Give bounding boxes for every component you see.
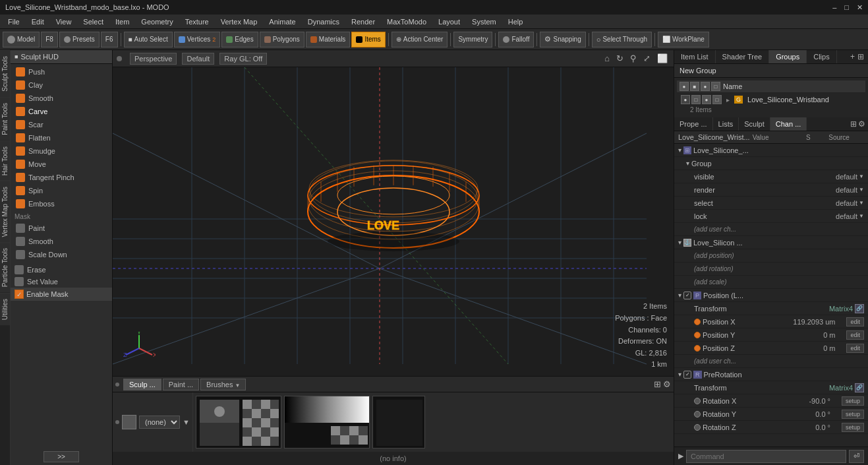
menu-render[interactable]: Render	[346, 16, 380, 27]
items-button[interactable]: Items	[351, 32, 385, 47]
f8-button[interactable]: F8	[41, 32, 58, 47]
prop-row-rotation-z[interactable]: Rotation Z 0.0 ° setup	[674, 421, 868, 434]
prop-row-position-x[interactable]: Position X 119.2093 um edit	[674, 315, 868, 328]
utilities-tab[interactable]: Utilities	[0, 293, 10, 325]
prop-expand-icon[interactable]: ⊞	[850, 119, 857, 129]
add-icon[interactable]: +	[850, 52, 855, 61]
f6-button[interactable]: F6	[101, 32, 118, 47]
command-run-button[interactable]: ⏎	[849, 450, 864, 463]
viewport-maximize-icon[interactable]: ⬜	[655, 53, 670, 64]
prop-row-prerotation[interactable]: ▾ ✓ R PreRotation	[674, 368, 868, 381]
tool-tangent-pinch[interactable]: Tangent Pinch	[11, 171, 112, 184]
tool-mask-smooth[interactable]: Smooth	[11, 235, 112, 248]
menu-animate[interactable]: Animate	[264, 16, 301, 27]
menu-geometry[interactable]: Geometry	[136, 16, 178, 27]
prop-tab-sculpt[interactable]: Sculpt	[739, 117, 770, 131]
paint-tools-tab[interactable]: Paint Tools	[0, 97, 10, 140]
position-check[interactable]: ✓	[683, 292, 691, 299]
vertices-button[interactable]: Vertices 2	[174, 32, 221, 47]
materials-button[interactable]: Materials	[306, 32, 351, 47]
menu-item[interactable]: Item	[110, 16, 134, 27]
position-y-edit[interactable]: edit	[846, 330, 864, 340]
edges-button[interactable]: Edges	[221, 32, 258, 47]
prop-row-group[interactable]: ▾ Group	[674, 157, 868, 170]
clips-tab[interactable]: Clips	[807, 50, 836, 63]
tree-icon-2[interactable]: ■	[690, 82, 699, 91]
minimize-button[interactable]: –	[832, 3, 836, 12]
preset-dropdown-arrow[interactable]: ▼	[183, 418, 190, 426]
menu-view[interactable]: View	[51, 16, 77, 27]
viewport-expand-icon[interactable]: ⤢	[641, 53, 652, 64]
menu-layout[interactable]: Layout	[433, 16, 465, 27]
particle-tools-tab[interactable]: Particle Tools	[0, 242, 10, 292]
window-controls[interactable]: – □ ✕	[832, 3, 863, 12]
symmetry-button[interactable]: Symmetry	[453, 32, 492, 47]
falloff-button[interactable]: Falloff	[498, 32, 534, 47]
rotation-z-setup[interactable]: setup	[842, 423, 864, 432]
menu-system[interactable]: System	[467, 16, 502, 27]
prop-tab-properties[interactable]: Prope ...	[674, 117, 713, 131]
tool-move[interactable]: Move	[11, 158, 112, 171]
tool-clay[interactable]: Clay	[11, 78, 112, 92]
command-input[interactable]	[686, 450, 846, 463]
tool-smooth[interactable]: Smooth	[11, 92, 112, 105]
mask-erase[interactable]: Erase	[11, 264, 112, 276]
tool-emboss[interactable]: Emboss	[11, 197, 112, 210]
position-z-edit[interactable]: edit	[846, 344, 864, 353]
tree-expand-arrow[interactable]: ▸	[726, 96, 730, 104]
tool-scale-down[interactable]: Scale Down	[11, 248, 112, 261]
render-dropdown[interactable]: ▼	[859, 187, 864, 193]
expand-viewport-icon[interactable]: ⊞	[857, 52, 864, 61]
menu-help[interactable]: Help	[503, 16, 529, 27]
brushes-tab[interactable]: Brushes ▼	[200, 379, 246, 390]
tree-icon-1[interactable]: ●	[680, 82, 689, 91]
menu-vertex-map[interactable]: Vertex Map	[216, 16, 263, 27]
workplane-button[interactable]: ⬜ WorkPlane	[658, 32, 709, 47]
prop-row-love-silicon[interactable]: ▾ ⚓ Love_Silicon ...	[674, 236, 868, 249]
prop-row-select[interactable]: select default ▼	[674, 197, 868, 210]
menu-maxtomodo[interactable]: MaxToModo	[382, 16, 432, 27]
visible-dropdown[interactable]: ▼	[859, 173, 864, 179]
tool-smudge[interactable]: Smudge	[11, 144, 112, 158]
paint-tab[interactable]: Paint ...	[163, 379, 199, 390]
tool-scar[interactable]: Scar	[11, 118, 112, 131]
tool-mask-paint[interactable]: Paint	[11, 222, 112, 235]
enable-mask-toggle[interactable]: ✓ Enable Mask	[11, 288, 112, 301]
prop-tab-channels[interactable]: Chan ...	[770, 117, 807, 131]
rotation-x-setup[interactable]: setup	[842, 396, 864, 406]
prop-row-rotation-x[interactable]: Rotation X -90.0 ° setup	[674, 394, 868, 408]
love-silicon-expand[interactable]: ▾	[678, 239, 681, 246]
tool-spin[interactable]: Spin	[11, 184, 112, 197]
prop-tab-lists[interactable]: Lists	[713, 117, 739, 131]
visibility-icon-1[interactable]: ●	[681, 95, 690, 104]
position-expand[interactable]: ▾	[678, 292, 681, 299]
prop-row-position-l[interactable]: ▾ ✓ P Position (L...	[674, 289, 868, 302]
tree-icon-3[interactable]: ●	[701, 82, 710, 91]
prop-row-lock[interactable]: lock default ▼	[674, 210, 868, 223]
shader-tree-tab[interactable]: Shader Tree	[716, 50, 770, 63]
close-button[interactable]: ✕	[857, 3, 863, 12]
prop-row-rotation-y[interactable]: Rotation Y 0.0 ° setup	[674, 408, 868, 421]
menu-select[interactable]: Select	[78, 16, 109, 27]
vertex-map-tools-tab[interactable]: Vertex Map Tools	[0, 181, 10, 243]
extra-icon-1[interactable]: □	[712, 95, 722, 104]
item-list-tab[interactable]: Item List	[674, 50, 716, 63]
model-mode-button[interactable]: Model	[3, 32, 40, 47]
menu-edit[interactable]: Edit	[26, 16, 49, 27]
select-dropdown[interactable]: ▼	[859, 200, 864, 206]
viewport-search-icon[interactable]: ⚲	[628, 53, 639, 64]
auto-select-button[interactable]: ■ Auto Select	[124, 32, 173, 47]
prop-row-position-y[interactable]: Position Y 0 m edit	[674, 328, 868, 342]
tool-push[interactable]: Push	[11, 65, 112, 78]
polygons-button[interactable]: Polygons	[260, 32, 304, 47]
prop-row-visible[interactable]: visible default ▼	[674, 170, 868, 183]
viewport-home-icon[interactable]: ⌂	[602, 53, 612, 64]
sculpt-tools-tab[interactable]: Sculpt Tools	[0, 50, 10, 97]
expand-arrow[interactable]: ▾	[678, 146, 681, 154]
menu-file[interactable]: File	[3, 16, 25, 27]
new-group-header[interactable]: New Group	[674, 64, 868, 78]
action-center-button[interactable]: ⊕ Action Center	[391, 32, 448, 47]
expand-button[interactable]: >>	[43, 451, 79, 462]
type-icon-1[interactable]: ●	[702, 95, 711, 104]
texture-thumb-3[interactable]	[372, 396, 425, 449]
